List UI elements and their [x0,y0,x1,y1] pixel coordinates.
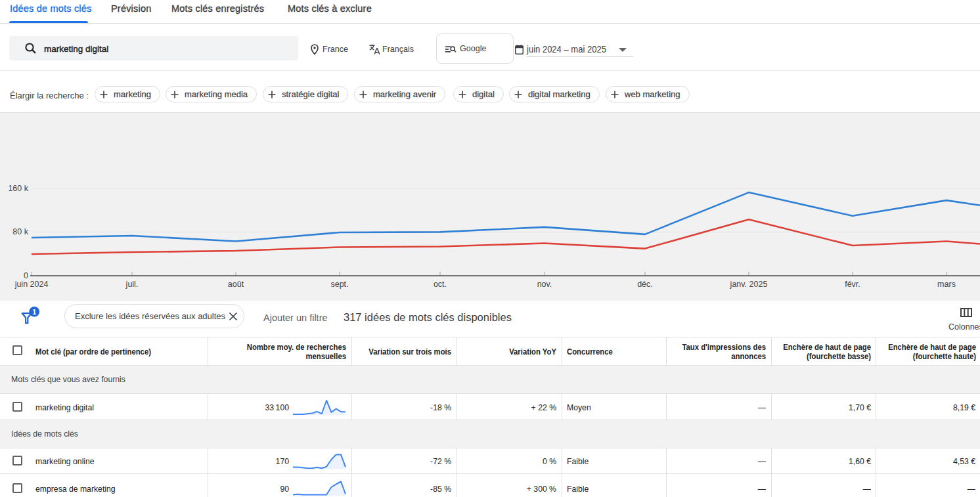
svg-text:1: 1 [32,308,36,316]
